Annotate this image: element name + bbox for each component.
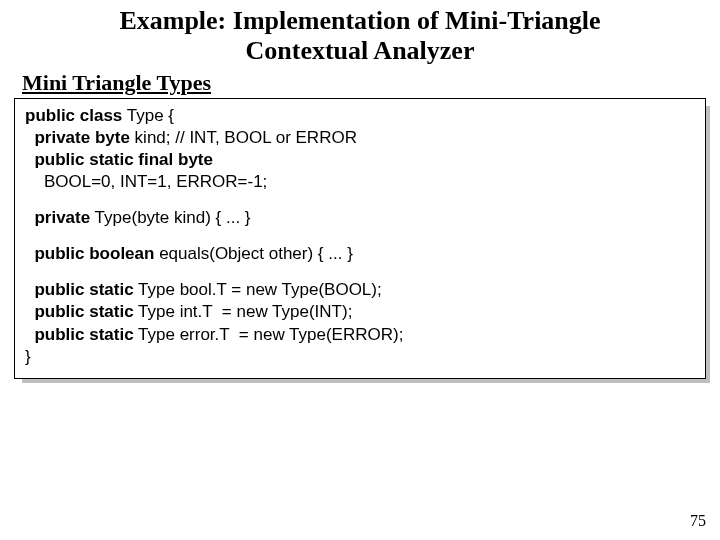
code-box: public class Type { private byte kind; /…	[14, 98, 706, 379]
blank-line	[25, 193, 695, 207]
code-line: public static Type int.T = new Type(INT)…	[25, 301, 695, 323]
code-line: public static Type bool.T = new Type(BOO…	[25, 279, 695, 301]
code-line: public static Type error.T = new Type(ER…	[25, 324, 695, 346]
code-line: private Type(byte kind) { ... }	[25, 207, 695, 229]
title-line-1: Example: Implementation of Mini-Triangle	[119, 6, 600, 35]
code-box-inner: public class Type { private byte kind; /…	[14, 98, 706, 379]
code-line: BOOL=0, INT=1, ERROR=-1;	[25, 171, 695, 193]
title-line-2: Contextual Analyzer	[246, 36, 475, 65]
page-number: 75	[690, 512, 706, 530]
code-line: public class Type {	[25, 105, 695, 127]
code-line: }	[25, 346, 695, 368]
slide-title: Example: Implementation of Mini-Triangle…	[0, 0, 720, 68]
blank-line	[25, 229, 695, 243]
code-line: private byte kind; // INT, BOOL or ERROR	[25, 127, 695, 149]
section-heading: Mini Triangle Types	[22, 70, 720, 96]
code-line: public static final byte	[25, 149, 695, 171]
code-line: public boolean equals(Object other) { ..…	[25, 243, 695, 265]
blank-line	[25, 265, 695, 279]
